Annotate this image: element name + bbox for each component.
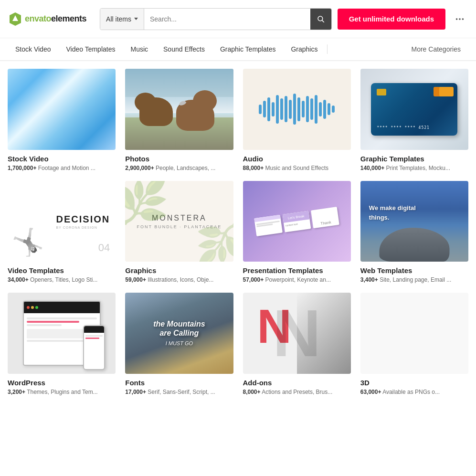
- card-thumb-graphics: 🌿 🌿 MONSTERA FONT BUNDLE · PLANTACEAE: [125, 181, 233, 262]
- card-title-presentation-templates: Presentation Templates: [243, 266, 351, 275]
- card-subtitle-3d: 63,000+ Available as PNGs o...: [360, 389, 468, 395]
- all-items-dropdown[interactable]: All items: [100, 9, 144, 30]
- category-card-addons[interactable]: N N Add-ons 8,000+ Actions and Presets, …: [243, 293, 351, 395]
- header: envatoelements All items Get unlimited d…: [0, 0, 476, 38]
- nav-divider: [327, 44, 328, 54]
- category-card-graphic-templates[interactable]: **** **** **** 4521 Graphic Templates 14…: [360, 69, 468, 171]
- card-title-fonts: Fonts: [125, 379, 233, 387]
- card-subtitle-presentation-templates: 57,000+ Powerpoint, Keynote an...: [243, 276, 351, 283]
- card-thumb-video-templates: 🤸 DECISION BY CORONA DESIGN 04: [8, 181, 116, 262]
- nav-item-stock-video[interactable]: Stock Video: [8, 38, 58, 61]
- card-subtitle-graphics: 59,000+ Illustrations, Icons, Obje...: [125, 276, 233, 283]
- card-subtitle-graphic-templates: 140,000+ Print Templates, Mocku...: [360, 165, 468, 171]
- category-card-video-templates[interactable]: 🤸 DECISION BY CORONA DESIGN 04 Video Tem…: [8, 181, 116, 284]
- card-title-addons: Add-ons: [243, 379, 351, 387]
- chevron-down-icon: [134, 18, 138, 20]
- get-unlimited-downloads-button[interactable]: Get unlimited downloads: [338, 9, 445, 30]
- search-icon: [317, 15, 325, 23]
- card-subtitle-web-templates: 3,400+ Site, Landing page, Email ...: [360, 276, 468, 283]
- nav-item-more-categories[interactable]: More Categories: [404, 38, 469, 61]
- search-bar: All items: [100, 8, 332, 30]
- nav-item-graphic-templates[interactable]: Graphic Templates: [212, 38, 283, 61]
- svg-point-2: [318, 16, 323, 21]
- svg-line-3: [322, 20, 324, 22]
- categories-grid: Stock Video 1,700,000+ Footage and Motio…: [0, 61, 476, 403]
- grid: Stock Video 1,700,000+ Footage and Motio…: [8, 69, 468, 395]
- card-thumb-wordpress: [8, 293, 116, 374]
- category-card-audio[interactable]: Audio 88,000+ Music and Sound Effects: [243, 69, 351, 171]
- logo: envatoelements: [8, 11, 86, 27]
- credit-card-illustration: **** **** **** 4521: [371, 83, 457, 136]
- search-input[interactable]: [144, 9, 310, 30]
- category-card-stock-video[interactable]: Stock Video 1,700,000+ Footage and Motio…: [8, 69, 116, 171]
- nav-item-music[interactable]: Music: [123, 38, 156, 61]
- envato-logo-icon: [8, 11, 23, 27]
- card-subtitle-fonts: 17,000+ Serif, Sans-Serif, Script, ...: [125, 389, 233, 395]
- card-thumb-photos: [125, 69, 233, 150]
- card-thumb-stock-video: [8, 69, 116, 150]
- card-subtitle-wordpress: 3,200+ Themes, Plugins and Tem...: [8, 389, 116, 395]
- audio-waveform: [259, 95, 335, 124]
- logo-text: envatoelements: [25, 14, 86, 24]
- svg-point-5: [459, 18, 461, 20]
- card-subtitle-video-templates: 34,000+ Openers, Titles, Logo Sti...: [8, 276, 116, 283]
- svg-point-4: [456, 18, 458, 20]
- card-thumb-3d: [360, 293, 468, 374]
- card-title-graphics: Graphics: [125, 266, 233, 275]
- card-title-audio: Audio: [243, 155, 351, 163]
- card-title-web-templates: Web Templates: [360, 266, 468, 275]
- category-card-photos[interactable]: Photos 2,900,000+ People, Landscapes, ..…: [125, 69, 233, 171]
- category-card-presentation-templates[interactable]: Let's Break content text Thank Presentat…: [243, 181, 351, 284]
- card-title-photos: Photos: [125, 155, 233, 163]
- card-thumb-presentation-templates: Let's Break content text Thank: [243, 181, 351, 262]
- more-options-button[interactable]: [451, 11, 468, 28]
- ellipsis-icon: [455, 14, 465, 24]
- category-card-fonts[interactable]: the Mountainsare CallingI MUST GO Fonts …: [125, 293, 233, 395]
- card-subtitle-stock-video: 1,700,000+ Footage and Motion ...: [8, 165, 116, 171]
- nav-item-video-templates[interactable]: Video Templates: [58, 38, 123, 61]
- card-title-video-templates: Video Templates: [8, 266, 116, 275]
- card-title-stock-video: Stock Video: [8, 155, 116, 163]
- card-thumb-audio: [243, 69, 351, 150]
- card-thumb-fonts: the Mountainsare CallingI MUST GO: [125, 293, 233, 374]
- category-card-3d[interactable]: 3D 63,000+ Available as PNGs o...: [360, 293, 468, 395]
- category-card-web-templates[interactable]: We make digitalthings. Web Templates 3,4…: [360, 181, 468, 284]
- svg-point-6: [462, 18, 464, 20]
- card-title-graphic-templates: Graphic Templates: [360, 155, 468, 163]
- nav-item-sound-effects[interactable]: Sound Effects: [156, 38, 212, 61]
- category-card-graphics[interactable]: 🌿 🌿 MONSTERA FONT BUNDLE · PLANTACEAE Gr…: [125, 181, 233, 284]
- all-items-label: All items: [106, 15, 131, 23]
- card-thumb-graphic-templates: **** **** **** 4521: [360, 69, 468, 150]
- category-nav: Stock Video Video Templates Music Sound …: [0, 38, 476, 61]
- card-thumb-addons: N N: [243, 293, 351, 374]
- nav-item-graphics[interactable]: Graphics: [283, 38, 325, 61]
- card-subtitle-addons: 8,000+ Actions and Presets, Brus...: [243, 389, 351, 395]
- card-title-wordpress: WordPress: [8, 379, 116, 387]
- card-subtitle-audio: 88,000+ Music and Sound Effects: [243, 165, 351, 171]
- search-button[interactable]: [310, 9, 331, 30]
- category-card-wordpress[interactable]: WordPress 3,200+ Themes, Plugins and Tem…: [8, 293, 116, 395]
- card-subtitle-photos: 2,900,000+ People, Landscapes, ...: [125, 165, 233, 171]
- card-title-3d: 3D: [360, 379, 468, 387]
- card-thumb-web-templates: We make digitalthings.: [360, 181, 468, 262]
- addon-letter-n-dark: N: [273, 300, 321, 367]
